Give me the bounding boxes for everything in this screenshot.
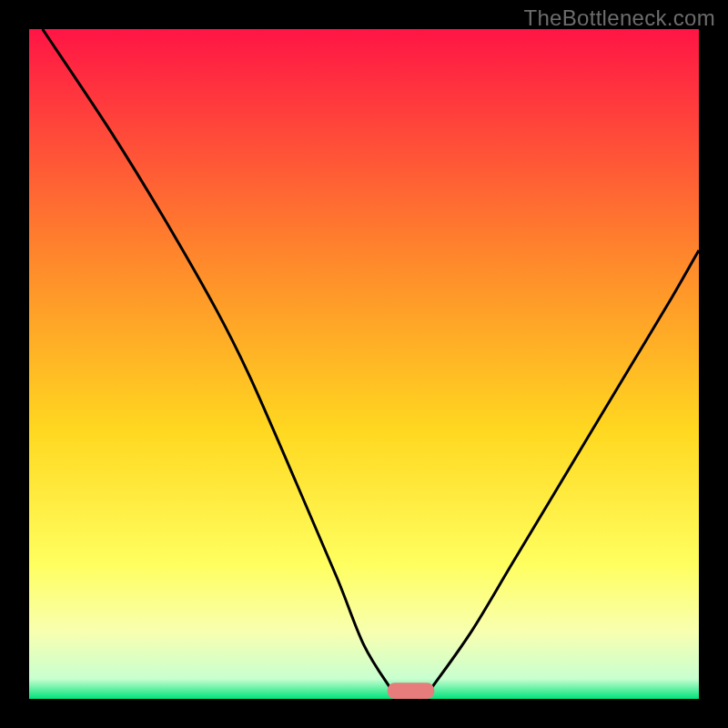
chart-plot-area — [29, 29, 699, 699]
min-marker — [388, 682, 435, 699]
chart-background-gradient — [29, 29, 699, 699]
chart-svg — [29, 29, 699, 699]
chart-frame: TheBottleneck.com — [0, 0, 728, 728]
watermark-text: TheBottleneck.com — [523, 5, 715, 31]
